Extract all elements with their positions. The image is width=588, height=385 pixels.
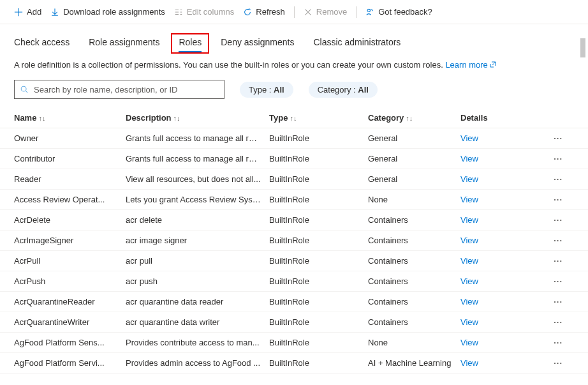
sort-icon: ↑↓: [406, 114, 413, 122]
type-filter[interactable]: Type : All: [240, 82, 293, 98]
cell-description: Grants full access to manage all res...: [126, 154, 269, 163]
cell-description: Grants full access to manage all res...: [126, 133, 269, 143]
cell-category: General: [368, 133, 460, 143]
svg-point-0: [367, 9, 370, 11]
table-row[interactable]: AgFood Platform Servi...Provides admin a…: [0, 353, 588, 374]
download-button[interactable]: Download role assignments: [50, 7, 165, 17]
more-actions-button[interactable]: ···: [554, 317, 562, 327]
tab-roles[interactable]: Roles: [179, 37, 202, 51]
view-link[interactable]: View: [460, 154, 478, 163]
download-label: Download role assignments: [63, 7, 165, 17]
refresh-button[interactable]: Refresh: [243, 7, 285, 17]
add-button[interactable]: Add: [14, 7, 41, 17]
category-filter-value: All: [358, 85, 369, 94]
cell-description: Lets you grant Access Review Syste...: [126, 195, 269, 204]
table-row[interactable]: ReaderView all resources, but does not a…: [0, 169, 588, 190]
table-body: OwnerGrants full access to manage all re…: [0, 128, 588, 374]
view-link[interactable]: View: [460, 297, 478, 306]
view-link[interactable]: View: [460, 215, 478, 225]
view-link[interactable]: View: [460, 195, 478, 204]
external-link-icon: [490, 61, 496, 68]
cell-name: AcrQuarantineWriter: [14, 317, 126, 327]
table-row[interactable]: AcrPullacr pullBuiltInRoleContainersView…: [0, 251, 588, 271]
table-row[interactable]: AcrQuarantineWriteracr quarantine data w…: [0, 312, 588, 333]
refresh-label: Refresh: [256, 7, 285, 17]
remove-icon: [304, 8, 312, 17]
cell-category: AI + Machine Learning: [368, 358, 460, 368]
tab-role-assignments[interactable]: Role assignments: [89, 37, 159, 51]
edit-columns-button: Edit columns: [174, 7, 234, 17]
scrollbar-thumb[interactable]: [580, 38, 585, 57]
plus-icon: [14, 8, 23, 17]
table-row[interactable]: AcrDeleteacr deleteBuiltInRoleContainers…: [0, 210, 588, 230]
cell-category: General: [368, 154, 460, 163]
more-actions-button[interactable]: ···: [554, 297, 562, 306]
more-actions-button[interactable]: ···: [554, 154, 562, 163]
learn-more-link[interactable]: Learn more: [445, 60, 496, 70]
view-link[interactable]: View: [460, 133, 478, 143]
more-actions-button[interactable]: ···: [554, 215, 562, 225]
tab-deny-assignments[interactable]: Deny assignments: [221, 37, 294, 51]
col-header-category[interactable]: Category↑↓: [368, 113, 460, 123]
columns-icon: [174, 8, 183, 17]
table-row[interactable]: AcrImageSigneracr image signerBuiltInRol…: [0, 230, 588, 251]
type-filter-value: All: [274, 85, 284, 94]
cell-name: AcrPush: [14, 276, 126, 286]
more-actions-button[interactable]: ···: [554, 358, 562, 368]
cell-name: Contributor: [14, 154, 126, 163]
category-filter[interactable]: Category : All: [309, 82, 378, 98]
cell-name: AcrPull: [14, 256, 126, 266]
cell-category: None: [368, 338, 460, 347]
view-link[interactable]: View: [460, 236, 478, 245]
cell-category: Containers: [368, 215, 460, 225]
search-box[interactable]: [14, 80, 224, 99]
search-input[interactable]: [33, 84, 219, 95]
cell-type: BuiltInRole: [269, 276, 368, 286]
col-header-name[interactable]: Name↑↓: [14, 113, 126, 123]
tab-classic[interactable]: Classic administrators: [313, 37, 401, 51]
col-header-description[interactable]: Description↑↓: [126, 113, 269, 123]
table-row[interactable]: Access Review Operat...Lets you grant Ac…: [0, 190, 588, 210]
more-actions-button[interactable]: ···: [554, 338, 562, 347]
cell-category: Containers: [368, 317, 460, 327]
table-row[interactable]: AgFood Platform Sens...Provides contribu…: [0, 333, 588, 353]
cell-name: AcrDelete: [14, 215, 126, 225]
table-row[interactable]: AcrQuarantineReaderacr quarantine data r…: [0, 292, 588, 312]
cell-name: AcrQuarantineReader: [14, 297, 126, 306]
col-header-type[interactable]: Type↑↓: [269, 113, 368, 123]
view-link[interactable]: View: [460, 317, 478, 327]
cell-category: Containers: [368, 276, 460, 286]
svg-point-1: [21, 86, 26, 91]
cell-description: Provides contribute access to man...: [126, 338, 269, 347]
more-actions-button[interactable]: ···: [554, 133, 562, 143]
more-actions-button[interactable]: ···: [554, 256, 562, 266]
view-link[interactable]: View: [460, 174, 478, 184]
more-actions-button[interactable]: ···: [554, 174, 562, 184]
toolbar: Add Download role assignments Edit colum…: [0, 0, 588, 24]
view-link[interactable]: View: [460, 358, 478, 368]
cell-description: acr delete: [126, 215, 269, 225]
separator: [294, 6, 295, 18]
table-row[interactable]: OwnerGrants full access to manage all re…: [0, 128, 588, 149]
tab-check-access[interactable]: Check access: [14, 37, 70, 51]
description-text: A role definition is a collection of per…: [14, 60, 443, 70]
more-actions-button[interactable]: ···: [554, 236, 562, 245]
cell-category: Containers: [368, 236, 460, 245]
table-header: Name↑↓ Description↑↓ Type↑↓ Category↑↓ D…: [0, 108, 588, 128]
table-row[interactable]: AcrPushacr pushBuiltInRoleContainersView…: [0, 271, 588, 292]
feedback-button[interactable]: Got feedback?: [365, 7, 432, 17]
view-link[interactable]: View: [460, 276, 478, 286]
cell-type: BuiltInRole: [269, 195, 368, 204]
view-link[interactable]: View: [460, 338, 478, 347]
cell-category: General: [368, 174, 460, 184]
more-actions-button[interactable]: ···: [554, 195, 562, 204]
view-link[interactable]: View: [460, 256, 478, 266]
more-actions-button[interactable]: ···: [554, 276, 562, 286]
cell-category: None: [368, 195, 460, 204]
category-filter-label: Category :: [318, 85, 358, 94]
scrollbar[interactable]: [580, 38, 585, 382]
description-line: A role definition is a collection of per…: [0, 57, 588, 77]
table-row[interactable]: ContributorGrants full access to manage …: [0, 149, 588, 169]
learn-more-label: Learn more: [445, 60, 487, 70]
search-icon: [20, 85, 29, 94]
